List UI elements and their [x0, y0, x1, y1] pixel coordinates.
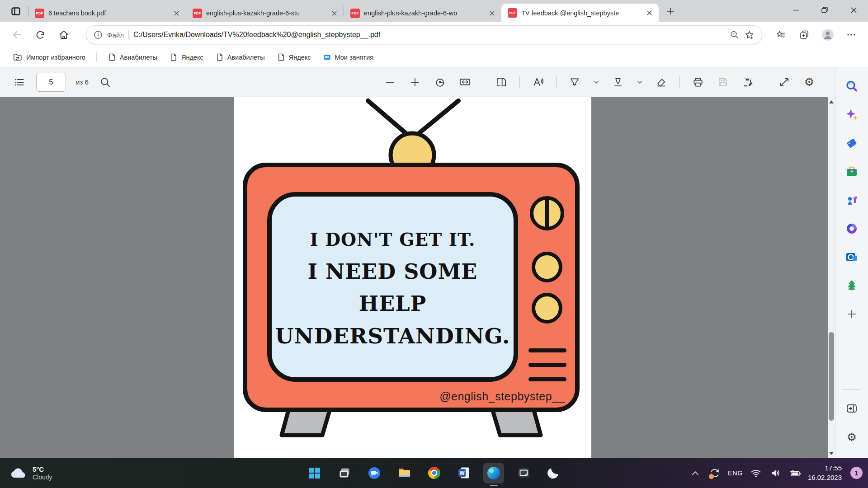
restore-button[interactable]: [810, 0, 839, 20]
bookmark-label: Яндекс: [289, 54, 311, 61]
start-icon[interactable]: [304, 463, 325, 483]
new-tab-button[interactable]: [662, 3, 679, 19]
tab-strip: PDF 6 teachers book.pdf PDF english-plus…: [0, 0, 868, 22]
add-icon[interactable]: [843, 305, 861, 323]
table-of-contents-icon[interactable]: [13, 75, 26, 89]
notification-badge[interactable]: 1: [850, 467, 863, 479]
bookmark-yandex-1[interactable]: Яндекс: [165, 51, 208, 64]
sync-alert-dot: [709, 474, 714, 479]
favorites-icon[interactable]: [771, 25, 790, 44]
bookmark-aviatickets-1[interactable]: Авиабилеты: [103, 51, 162, 64]
highlight-icon[interactable]: [568, 75, 581, 89]
settings-gear-icon[interactable]: ⚙: [843, 428, 861, 446]
minimize-button[interactable]: [781, 0, 810, 20]
tree-icon[interactable]: [843, 277, 861, 295]
bookmark-my-classes[interactable]: Мои занятия: [318, 51, 378, 64]
clock[interactable]: 17:55 16.02.2023: [808, 464, 842, 482]
snipping-tool-icon[interactable]: [513, 463, 534, 483]
open-sidebar-icon[interactable]: [843, 399, 861, 418]
time-text: 17:55: [808, 464, 842, 473]
toolbar-separator: [766, 76, 766, 89]
rotate-icon[interactable]: [433, 75, 447, 89]
tab-workbook[interactable]: PDF english-plus-kazakh-grade-6-wo: [344, 4, 501, 22]
cloud-icon: [10, 467, 27, 479]
fullscreen-icon[interactable]: [778, 75, 791, 89]
url-text[interactable]: C:/Users/Evrika/Downloads/TV%20feedback%…: [133, 31, 725, 39]
save-as-icon[interactable]: [741, 75, 755, 89]
tab-teachers-book[interactable]: PDF 6 teachers book.pdf: [28, 4, 186, 22]
copilot-sparkle-icon[interactable]: [843, 106, 861, 124]
tv-text-line: UNDERSTANDING.: [269, 320, 516, 352]
tab-label: TV feedback @english_stepbyste: [521, 9, 640, 17]
search-document-icon[interactable]: [99, 75, 112, 89]
eraser-icon[interactable]: [655, 75, 668, 89]
games-icon[interactable]: [843, 191, 861, 209]
search-icon[interactable]: [843, 77, 861, 95]
scroll-down-icon[interactable]: [828, 449, 835, 458]
draw-options-chevron-icon[interactable]: [636, 75, 643, 89]
highlight-options-chevron-icon[interactable]: [593, 75, 600, 89]
scrollbar-thumb[interactable]: [829, 332, 834, 421]
page-number-input[interactable]: [36, 73, 66, 92]
zoom-in-icon[interactable]: [408, 75, 422, 89]
bookmark-yandex-2[interactable]: Яндекс: [272, 51, 316, 64]
back-icon[interactable]: [7, 25, 26, 44]
chat-icon[interactable]: [364, 463, 385, 483]
add-favorite-star-icon[interactable]: [744, 30, 755, 40]
wifi-icon[interactable]: [750, 467, 762, 479]
hidden-icons-chevron-icon[interactable]: [689, 467, 702, 479]
settings-more-icon[interactable]: [842, 25, 861, 44]
refresh-icon[interactable]: [31, 25, 50, 44]
tab-close-icon[interactable]: [487, 8, 497, 18]
tab-close-icon[interactable]: [644, 8, 654, 18]
shopping-tag-icon[interactable]: [843, 134, 861, 152]
microsoft-365-icon[interactable]: [843, 220, 861, 238]
zoom-out-page-icon[interactable]: [730, 30, 740, 40]
tab-student-book[interactable]: PDF english-plus-kazakh-grade-6-stu: [186, 4, 344, 22]
print-icon[interactable]: [691, 75, 705, 89]
toolbox-icon[interactable]: [843, 163, 861, 181]
word-icon[interactable]: W: [453, 463, 474, 483]
read-aloud-icon[interactable]: [531, 75, 545, 89]
white-swoosh-app-icon[interactable]: [543, 463, 564, 483]
toolbar-separator: [679, 76, 680, 89]
date-text: 16.02.2023: [808, 473, 842, 482]
bookmark-aviatickets-2[interactable]: Авиабилеты: [211, 51, 269, 64]
page-view-icon[interactable]: [495, 75, 508, 89]
pdf-settings-gear-icon[interactable]: ⚙: [802, 75, 816, 89]
credit-handle: @english_stepbystep__: [432, 390, 573, 403]
profile-avatar[interactable]: [818, 25, 837, 44]
fit-to-width-icon[interactable]: [458, 75, 472, 89]
taskbar-app-icons: W: [304, 458, 564, 488]
tv-screen-text: I DON'T GET IT. I NEED SOME HELP UNDERST…: [269, 224, 516, 352]
home-icon[interactable]: [54, 25, 73, 44]
tab-close-icon[interactable]: [171, 8, 181, 18]
tab-actions-icon[interactable]: [6, 2, 25, 20]
zoom-out-icon[interactable]: [383, 75, 397, 89]
file-scheme-label: Файл: [107, 31, 124, 39]
sync-icon[interactable]: [708, 467, 721, 479]
file-explorer-icon[interactable]: [394, 463, 415, 483]
outlook-icon[interactable]: [843, 248, 861, 266]
bookmarks-bar: Импорт избранного Авиабилеты Яндекс Авиа…: [0, 47, 868, 67]
draw-icon[interactable]: [611, 75, 625, 89]
pdf-content-area[interactable]: I DON'T GET IT. I NEED SOME HELP UNDERST…: [0, 97, 828, 458]
scroll-up-icon[interactable]: [828, 97, 835, 106]
edge-sidebar: ⚙: [835, 67, 868, 458]
edge-icon[interactable]: [483, 463, 504, 483]
task-view-icon[interactable]: [334, 463, 355, 483]
collections-icon[interactable]: [795, 25, 814, 44]
tab-tv-feedback-active[interactable]: PDF TV feedback @english_stepbyste: [501, 4, 659, 22]
info-icon[interactable]: [94, 30, 103, 39]
page-icon: [277, 53, 285, 61]
bookmark-import-favorites[interactable]: Импорт избранного: [8, 50, 90, 65]
battery-icon[interactable]: [788, 467, 801, 479]
chrome-icon[interactable]: [424, 463, 444, 483]
weather-widget[interactable]: 5°C Cloudy: [10, 458, 52, 488]
close-window-button[interactable]: [839, 0, 868, 20]
pdf-scrollbar[interactable]: [828, 97, 835, 458]
volume-icon[interactable]: [769, 467, 782, 479]
tab-close-icon[interactable]: [329, 8, 339, 18]
address-bar[interactable]: Файл C:/Users/Evrika/Downloads/TV%20feed…: [86, 25, 762, 44]
language-indicator[interactable]: ENG: [728, 469, 743, 477]
